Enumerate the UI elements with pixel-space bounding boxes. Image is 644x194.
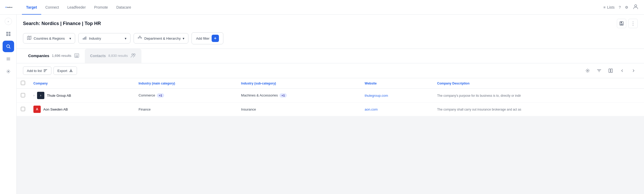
website-cell: thulegroup.com (361, 89, 433, 102)
company-avatar: A (33, 106, 41, 113)
department-hierarchy-label: Department & Hierarchy (144, 37, 181, 40)
industry-icon (82, 35, 87, 41)
toolbar-right (583, 66, 638, 75)
countries-regions-label: Countries & Regions (34, 37, 65, 40)
table-row: AAon Sweden ABFinanceInsuranceaon.comThe… (17, 102, 644, 116)
add-filter-button[interactable]: Add filter + (192, 32, 223, 44)
svg-point-3 (635, 5, 637, 7)
website-link[interactable]: thulegroup.com (365, 94, 388, 98)
header-checkbox-cell (17, 78, 29, 89)
chevron-down-icon: ▾ (69, 37, 71, 40)
filter-settings-button[interactable] (595, 66, 603, 75)
company-name[interactable]: Aon Sweden AB (43, 107, 68, 111)
company-cell: ››Thule Group AB (29, 89, 134, 102)
svg-point-8 (7, 45, 9, 48)
svg-rect-19 (75, 54, 79, 57)
nav-links: Target Connect Leadfeeder Promote Dataca… (22, 0, 603, 15)
row-checkbox[interactable] (21, 107, 25, 111)
column-header-company: Company (29, 78, 134, 89)
industry-main-badge: +1 (157, 93, 164, 98)
prev-page-button[interactable] (618, 66, 626, 75)
lists-button[interactable]: ≡ Lists (603, 5, 615, 9)
svg-rect-17 (138, 38, 139, 38)
svg-rect-28 (611, 69, 612, 72)
select-all-checkbox[interactable] (21, 81, 25, 85)
plus-icon: + (212, 35, 219, 42)
top-navigation: dealfront Target Connect Leadfeeder Prom… (0, 0, 644, 15)
nav-link-leadfeeder[interactable]: Leadfeeder (63, 0, 90, 15)
svg-rect-18 (141, 38, 142, 38)
logo[interactable]: dealfront (5, 3, 14, 11)
nav-link-promote[interactable]: Promote (90, 0, 112, 15)
company-avatar: › (37, 92, 44, 99)
profile-button[interactable] (633, 4, 639, 11)
add-filter-label: Add filter (196, 37, 209, 40)
help-button[interactable]: ? (619, 5, 621, 9)
sidebar-toggle[interactable]: › (5, 18, 12, 25)
profile-icon (633, 4, 639, 11)
company-name[interactable]: Thule Group AB (47, 94, 71, 98)
main-content: Search: Nordics | Finance | Top HR ⋮ (17, 15, 644, 194)
row-checkbox-cell (17, 102, 29, 116)
export-label: Export (57, 69, 67, 73)
sidebar-item-insights[interactable] (3, 66, 14, 77)
search-header: Search: Nordics | Finance | Top HR ⋮ (17, 15, 644, 49)
svg-rect-12 (620, 23, 623, 25)
next-page-button[interactable] (629, 66, 638, 75)
svg-rect-20 (76, 55, 76, 56)
industry-sub-badge: +1 (279, 93, 287, 98)
title-actions: ⋮ (617, 19, 638, 28)
column-header-industry-sub: Industry (sub-category) (237, 78, 361, 89)
sidebar-item-dashboard[interactable] (3, 28, 14, 40)
more-icon: ⋮ (631, 21, 635, 26)
lists-icon: ≡ (603, 5, 605, 9)
countries-regions-filter[interactable]: Countries & Regions ▾ (23, 33, 75, 44)
building-icon (74, 52, 80, 59)
row-checkbox-cell (17, 89, 29, 102)
export-button[interactable]: Export (53, 66, 77, 75)
svg-rect-13 (83, 38, 84, 40)
tab-contacts-label: Contacts (90, 54, 106, 58)
settings-button[interactable]: ⚙ (625, 5, 628, 9)
tab-contacts[interactable]: Contacts 8,830 results (85, 49, 141, 63)
sidebar-item-lists[interactable] (3, 53, 14, 65)
department-hierarchy-filter[interactable]: Department & Hierarchy ▾ (134, 33, 188, 44)
tab-contacts-count: 8,830 results (108, 54, 128, 58)
row-checkbox[interactable] (21, 93, 25, 97)
industry-sub-cell: Machines & Accessories+1 (237, 89, 361, 102)
industry-filter[interactable]: Industry ▾ (78, 33, 130, 44)
nav-link-datacare[interactable]: Datacare (112, 0, 135, 15)
description-cell: The company shall carry out insurance br… (433, 102, 644, 116)
svg-rect-6 (6, 34, 8, 36)
svg-rect-5 (9, 32, 10, 34)
svg-point-25 (134, 54, 135, 55)
svg-rect-15 (85, 37, 86, 40)
description-cell: The company's purpose for its business i… (433, 89, 644, 102)
contacts-icon (130, 52, 136, 59)
svg-rect-14 (84, 37, 85, 40)
add-to-list-button[interactable]: Add to list (23, 66, 51, 75)
column-settings-button[interactable] (583, 66, 592, 75)
lists-label: Lists (607, 5, 615, 9)
nav-link-target[interactable]: Target (22, 0, 41, 15)
svg-rect-23 (77, 56, 78, 57)
column-header-description: Company Description (433, 78, 644, 89)
tab-companies[interactable]: Companies 1,696 results (23, 49, 85, 63)
svg-rect-21 (77, 55, 78, 56)
nav-right: ≡ Lists ? ⚙ (603, 4, 639, 11)
help-icon: ? (619, 5, 621, 9)
sidebar-item-search[interactable] (3, 41, 14, 52)
svg-point-9 (8, 71, 9, 72)
svg-rect-27 (609, 69, 610, 72)
industry-main-cell: Commerce+1 (134, 89, 237, 102)
company-description: The company's purpose for its business i… (437, 94, 521, 98)
industry-main-cell: Finance (134, 102, 237, 116)
website-link[interactable]: aon.com (365, 107, 378, 111)
more-options-button[interactable]: ⋮ (628, 19, 638, 28)
nav-link-connect[interactable]: Connect (41, 0, 63, 15)
save-button[interactable] (617, 19, 626, 28)
industry-sub-cell: Insurance (237, 102, 361, 116)
view-toggle-button[interactable] (606, 66, 615, 75)
row-expander[interactable]: › (33, 94, 34, 97)
company-description: The company shall carry out insurance br… (437, 108, 521, 111)
